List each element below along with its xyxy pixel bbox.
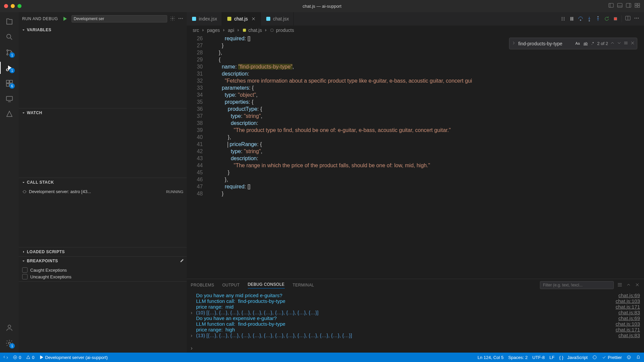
remote-icon[interactable] [3, 93, 15, 105]
panel-filter-input[interactable] [540, 281, 614, 289]
drag-handle-icon[interactable] [560, 15, 566, 22]
expand-icon[interactable] [191, 321, 196, 327]
expand-icon[interactable]: › [191, 332, 196, 338]
close-tab-icon[interactable] [251, 16, 256, 21]
start-debug-button[interactable] [61, 15, 69, 23]
encoding[interactable]: UTF-8 [532, 355, 545, 360]
log-line[interactable]: ›(10) [{…}, {…}, {…}, {…}, {…}, {…}, {…}… [191, 310, 640, 315]
prettier-button[interactable]: Prettier [602, 355, 622, 360]
log-source-link[interactable]: chat.js:69 [612, 315, 640, 321]
next-match-icon[interactable] [617, 40, 622, 47]
language-mode[interactable]: { } JavaScript [559, 355, 588, 360]
breadcrumb[interactable]: srcpagesapichat.jsproducts [187, 26, 644, 35]
azure-icon[interactable] [3, 108, 15, 120]
watch-section[interactable]: WATCH [19, 108, 187, 117]
breakpoint-uncaught[interactable]: Uncaught Exceptions [19, 273, 187, 280]
minimize-window[interactable] [11, 4, 15, 8]
list-icon[interactable] [617, 282, 623, 288]
edit-icon[interactable] [180, 259, 184, 264]
expand-icon[interactable] [191, 315, 196, 321]
notifications-icon[interactable] [636, 355, 641, 360]
breadcrumb-item[interactable]: products [276, 28, 294, 33]
layout-customize-icon[interactable] [635, 3, 640, 9]
explorer-icon[interactable] [3, 15, 15, 28]
chevron-up-icon[interactable] [626, 282, 631, 288]
debug-config-select[interactable]: Development ser [72, 15, 167, 22]
variables-section[interactable]: VARIABLES [19, 26, 187, 34]
find-selection-icon[interactable] [624, 40, 628, 47]
log-source-link[interactable]: chat.js:171 [609, 304, 640, 310]
breadcrumb-item[interactable]: chat.js [248, 28, 262, 33]
tab-chat.js[interactable]: chat.js [222, 12, 261, 26]
callstack-item[interactable]: Development server: astro [43... RUNNING [19, 188, 187, 195]
chevron-right-icon[interactable] [511, 40, 516, 47]
log-line[interactable]: Do you have an expensive e-guitar?chat.j… [191, 315, 640, 321]
step-over-icon[interactable] [577, 15, 584, 22]
callstack-section[interactable]: CALL STACK [19, 178, 187, 187]
log-source-link[interactable]: chat.js:103 [609, 321, 640, 327]
expand-icon[interactable] [191, 304, 196, 310]
tab-index.jsx[interactable]: index.jsx [187, 12, 222, 26]
close-window[interactable] [4, 4, 8, 8]
step-into-icon[interactable] [586, 15, 593, 22]
more-icon[interactable] [178, 16, 183, 22]
expand-icon[interactable] [191, 327, 196, 332]
source-control-icon[interactable]: 1 [3, 46, 15, 58]
layout-sidebar-left-icon[interactable] [608, 3, 614, 9]
checkbox[interactable] [22, 274, 28, 279]
match-case-icon[interactable]: Aa [574, 39, 581, 48]
prev-match-icon[interactable] [610, 40, 615, 47]
log-line[interactable]: LLM function call: find-products-by-type… [191, 298, 640, 304]
account-icon[interactable] [3, 322, 15, 334]
code-editor[interactable]: 2627282930313233343536373839404142434445… [187, 35, 644, 279]
log-source-link[interactable]: chat.js:103 [609, 298, 640, 304]
checkbox[interactable] [22, 267, 28, 273]
whole-word-icon[interactable]: ab [582, 39, 589, 48]
search-icon[interactable] [3, 31, 15, 43]
log-source-link[interactable]: chat.js:83 [612, 310, 640, 315]
run-debug-icon[interactable]: 1 [3, 62, 15, 74]
errors-button[interactable]: 0 [13, 355, 21, 360]
expand-icon[interactable] [191, 292, 196, 298]
layout-panel-bottom-icon[interactable] [617, 3, 623, 9]
live-share-icon[interactable] [592, 355, 597, 360]
more-actions-icon[interactable] [634, 15, 639, 22]
breakpoints-section[interactable]: BREAKPOINTS [19, 257, 187, 265]
breadcrumb-item[interactable]: src [193, 28, 199, 33]
indent-spaces[interactable]: Spaces: 2 [508, 355, 528, 360]
breadcrumb-item[interactable]: pages [207, 28, 220, 33]
log-line[interactable]: LLM function call: find-products-by-type… [191, 321, 640, 327]
pause-icon[interactable] [568, 15, 575, 22]
panel-tab-debug-console[interactable]: DEBUG CONSOLE [248, 282, 285, 288]
log-source-link[interactable]: chat.js:171 [609, 327, 640, 332]
cursor-position[interactable]: Ln 124, Col 5 [477, 355, 503, 360]
log-line[interactable]: price range: highchat.js:171 [191, 327, 640, 332]
log-source-link[interactable]: chat.js:69 [612, 292, 640, 298]
settings-icon[interactable]: 1 [3, 337, 15, 349]
close-find-icon[interactable] [630, 40, 635, 47]
panel-tab-terminal[interactable]: TERMINAL [293, 283, 314, 287]
breakpoint-caught[interactable]: Caught Exceptions [19, 267, 187, 273]
log-source-link[interactable]: chat.js:83 [612, 332, 640, 338]
find-input[interactable] [518, 41, 572, 46]
layout-sidebar-right-icon[interactable] [626, 3, 631, 9]
stop-icon[interactable] [612, 15, 619, 22]
panel-tab-problems[interactable]: PROBLEMS [191, 283, 214, 287]
regex-icon[interactable]: .* [590, 39, 595, 48]
launch-config[interactable]: Development server (ai-support) [39, 355, 107, 360]
breadcrumb-item[interactable]: api [228, 28, 234, 33]
panel-tab-output[interactable]: OUTPUT [222, 283, 240, 287]
expand-icon[interactable] [191, 298, 196, 304]
maximize-window[interactable] [17, 4, 21, 8]
log-line[interactable]: Do you have any mid priced e-guitars?cha… [191, 292, 640, 298]
eol[interactable]: LF [549, 355, 554, 360]
step-out-icon[interactable] [595, 15, 601, 22]
warnings-button[interactable]: 0 [26, 355, 34, 360]
restart-icon[interactable] [603, 15, 610, 22]
split-editor-icon[interactable] [625, 15, 631, 22]
loaded-scripts-section[interactable]: LOADED SCRIPTS [19, 247, 187, 256]
feedback-icon[interactable] [627, 355, 631, 360]
gear-icon[interactable] [170, 16, 175, 22]
expand-icon[interactable]: › [191, 310, 196, 315]
log-line[interactable]: price range: midchat.js:171 [191, 304, 640, 310]
